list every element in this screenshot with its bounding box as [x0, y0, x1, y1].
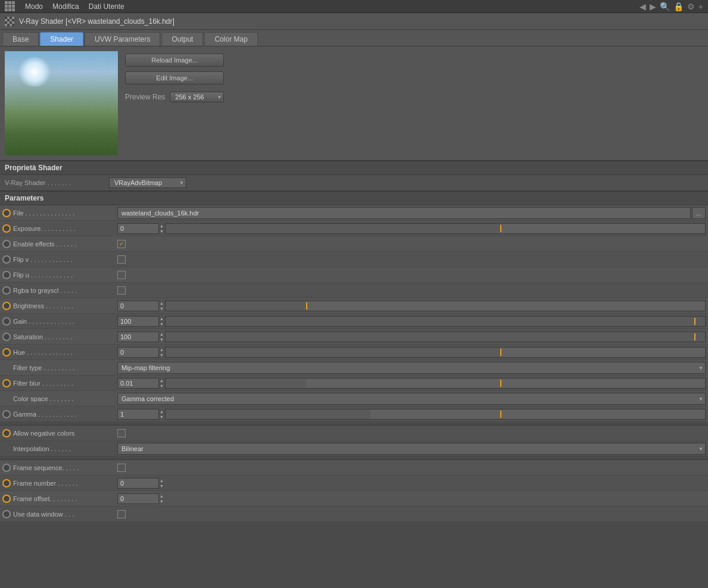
label-exposure: Exposure. . . . . . . . . .: [13, 225, 117, 232]
param-row-allow-neg: Allow negative colors: [0, 426, 708, 441]
input-saturation[interactable]: [117, 331, 159, 342]
checkbox-use-data-window[interactable]: [117, 510, 126, 518]
spinner-arrows-saturation[interactable]: ▲▼: [160, 331, 164, 342]
menu-bar: Modo Modifica Dati Utente ◀ ▶ 🔍 🔒 ⚙ +: [0, 0, 708, 13]
checkbox-rgba-grayscl[interactable]: [117, 286, 126, 295]
spinner-gain: ▲▼: [117, 316, 164, 327]
label-hue: Hue . . . . . . . . . . . . .: [13, 349, 117, 356]
label-interpolation: Interpolation . . . . . .: [13, 445, 117, 452]
param-row-frame-number: Frame number . . . . . . ▲▼: [0, 476, 708, 491]
spinner-arrows-gamma[interactable]: ▲▼: [160, 409, 164, 420]
color-space-dropdown[interactable]: Linear Gamma corrected sRGB: [117, 393, 706, 405]
checkbox-flip-u[interactable]: [117, 271, 126, 279]
lock-icon[interactable]: 🔒: [673, 2, 684, 11]
radio-flip-u[interactable]: [2, 271, 11, 279]
input-gain[interactable]: [117, 316, 159, 327]
input-brightness[interactable]: [117, 301, 159, 311]
spinner-exposure: ▲▼: [117, 223, 164, 234]
checkbox-enable-effects[interactable]: [117, 240, 126, 248]
slider-saturation[interactable]: [165, 331, 706, 342]
input-exposure[interactable]: [117, 223, 159, 234]
slider-exposure[interactable]: [165, 223, 706, 234]
back-icon[interactable]: ◀: [640, 2, 646, 11]
radio-enable-effects[interactable]: [2, 240, 11, 248]
tab-shader[interactable]: Shader: [40, 32, 83, 46]
slider-brightness[interactable]: [165, 301, 706, 311]
param-row-filter-blur: Filter blur . . . . . . . . . ▲▼: [0, 376, 708, 391]
label-frame-sequence: Frame sequence. . . . .: [13, 464, 117, 471]
radio-filter-blur[interactable]: [2, 379, 11, 387]
input-frame-number[interactable]: [117, 478, 159, 489]
parameters-section: File . . . . . . . . . . . . . . ... Exp…: [0, 205, 708, 522]
param-row-exposure: Exposure. . . . . . . . . . ▲▼: [0, 221, 708, 236]
slider-gamma[interactable]: [165, 409, 706, 420]
radio-frame-number[interactable]: [2, 479, 11, 487]
reload-image-button[interactable]: Reload Image...: [125, 54, 224, 67]
radio-frame-offset[interactable]: [2, 495, 11, 503]
input-file[interactable]: [117, 207, 691, 219]
window-title: V-Ray Shader [<VR> wasteland_clouds_16k.…: [19, 17, 174, 26]
checkbox-frame-sequence[interactable]: [117, 464, 126, 472]
spinner-arrows-hue[interactable]: ▲▼: [160, 347, 164, 358]
radio-gamma[interactable]: [2, 410, 11, 418]
radio-flip-v[interactable]: [2, 255, 11, 264]
spinner-arrows-frame-number[interactable]: ▲▼: [160, 478, 164, 489]
slider-filter-blur[interactable]: [165, 378, 706, 389]
preview-res-dropdown-wrap: 64 x 64 128 x 128 256 x 256 512 x 512 10…: [170, 92, 224, 102]
radio-exposure[interactable]: [2, 224, 11, 233]
spinner-arrows-frame-offset[interactable]: ▲▼: [160, 493, 164, 504]
label-color-space: Color space . . . . . . .: [13, 395, 117, 402]
tab-base[interactable]: Base: [2, 32, 39, 46]
radio-rgba-grayscl[interactable]: [2, 286, 11, 295]
preview-controls: Reload Image... Edit Image... Preview Re…: [125, 51, 224, 102]
radio-frame-sequence[interactable]: [2, 464, 11, 472]
filter-type-dropdown[interactable]: No filtering Mip-map filtering Summed ar…: [117, 362, 706, 374]
forward-icon[interactable]: ▶: [650, 2, 656, 11]
menu-modo[interactable]: Modo: [25, 2, 43, 11]
vray-shader-dropdown-wrap: VRayAdvBitmap VRayBitmap VRayColor: [109, 177, 186, 188]
shader-icon: [5, 17, 14, 26]
spinner-arrows-brightness[interactable]: ▲▼: [160, 301, 164, 311]
radio-use-data-window[interactable]: [2, 510, 11, 518]
input-frame-offset[interactable]: [117, 493, 159, 504]
menu-modifica[interactable]: Modifica: [52, 2, 79, 11]
menu-dati-utente[interactable]: Dati Utente: [89, 2, 124, 11]
tab-output[interactable]: Output: [161, 32, 203, 46]
add-icon[interactable]: +: [698, 2, 703, 11]
edit-image-button[interactable]: Edit Image...: [125, 71, 224, 85]
search-icon[interactable]: 🔍: [660, 2, 670, 11]
radio-hue[interactable]: [2, 348, 11, 356]
slider-gain[interactable]: [165, 316, 706, 327]
input-hue[interactable]: [117, 347, 159, 358]
checkbox-flip-v[interactable]: [117, 255, 126, 264]
vray-shader-label: V-Ray Shader . . . . . . .: [5, 179, 109, 186]
spinner-arrows-filter-blur[interactable]: ▲▼: [160, 378, 164, 389]
param-row-enable-effects: Enable effects . . . . . .: [0, 236, 708, 252]
spinner-filter-blur: ▲▼: [117, 378, 164, 389]
tab-uvw[interactable]: UVW Parameters: [85, 32, 160, 46]
checkbox-allow-neg[interactable]: [117, 429, 126, 437]
param-row-frame-offset: Frame offset. . . . . . . . ▲▼: [0, 491, 708, 506]
preview-res-dropdown[interactable]: 64 x 64 128 x 128 256 x 256 512 x 512 10…: [170, 92, 224, 102]
radio-file[interactable]: [2, 209, 11, 217]
param-row-gamma: Gamma . . . . . . . . . . . ▲▼: [0, 406, 708, 422]
input-filter-blur[interactable]: [117, 378, 159, 389]
browse-file-button[interactable]: ...: [692, 207, 706, 219]
slider-hue[interactable]: [165, 347, 706, 358]
settings-icon[interactable]: ⚙: [687, 2, 695, 11]
radio-allow-neg[interactable]: [2, 429, 11, 437]
spinner-arrows-gain[interactable]: ▲▼: [160, 316, 164, 327]
interpolation-dropdown[interactable]: Nearest Bilinear Bicubic: [117, 443, 706, 455]
spinner-arrows-exposure[interactable]: ▲▼: [160, 223, 164, 234]
label-brightness: Brightness . . . . . . . .: [13, 302, 117, 309]
label-enable-effects: Enable effects . . . . . .: [13, 240, 117, 248]
input-gamma[interactable]: [117, 409, 159, 420]
radio-saturation[interactable]: [2, 333, 11, 341]
radio-gain[interactable]: [2, 317, 11, 326]
label-saturation: Saturation . . . . . . . .: [13, 333, 117, 340]
tab-colormap[interactable]: Color Map: [204, 32, 257, 46]
spinner-frame-number: ▲▼: [117, 478, 164, 489]
label-allow-neg: Allow negative colors: [13, 430, 117, 437]
radio-brightness[interactable]: [2, 302, 11, 310]
vray-shader-dropdown[interactable]: VRayAdvBitmap VRayBitmap VRayColor: [109, 177, 186, 188]
